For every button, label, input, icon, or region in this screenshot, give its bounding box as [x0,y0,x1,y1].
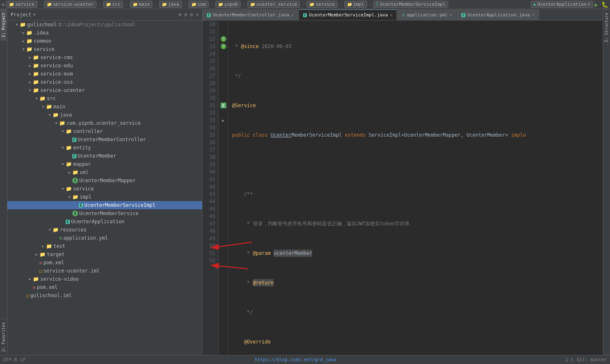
label-service-impl: UcenterMemberServiceImpl [84,202,155,208]
toolbar-label-ucenter-service: ucenter_service [256,2,297,7]
tree-item-service-msm[interactable]: ▶ 📁 service-msm [7,70,202,78]
gutter-area: 🍃 🍃 @ ▶ [219,21,228,355]
tree-item-service-interface[interactable]: I UcenterMemberService [7,209,202,217]
locate-button[interactable]: ⊕ [179,11,182,18]
yml-icon: ⚙ [59,235,62,241]
tab-controller-icon: C [207,13,211,17]
tree-item-src[interactable]: ▼ 📁 src [7,94,202,103]
tree-item-com-yzpnb[interactable]: ▼ 📁 com.yzpnb.ucenter_service [7,119,202,127]
tab-ucenter-app[interactable]: C UcenterApplication.java ✕ [457,9,539,20]
tree-item-main[interactable]: ▼ 📁 main [7,103,202,111]
code-content: * @since 2020-06-03 */ @Service public c… [228,21,603,355]
tree-item-ucenter-app[interactable]: C UcenterApplication [7,217,202,226]
tree-item-entity[interactable]: ▼ 📁 entity [7,144,202,152]
tab-controller-close[interactable]: ✕ [291,13,294,17]
class-icon: C [376,2,379,7]
toolbar-impl[interactable]: 📁 impl [344,1,367,8]
tree-item-pom2[interactable]: m pom.xml [7,283,202,291]
bean-icon-31: @ [221,103,226,108]
code-line-25: /** [232,190,603,198]
tab-yml-close[interactable]: ✕ [449,13,452,17]
folder-icon-test: 📁 [46,243,52,249]
folder-icon-7: 📁 [218,2,223,7]
status-left: UTF-8 LF [3,357,25,362]
tab-controller[interactable]: C UcenterMemberController.java ✕ [203,9,298,20]
tree-item-xml[interactable]: ▶ 📁 xml [7,168,202,176]
arrow-gulischool: ▼ [14,23,20,27]
tree-item-common[interactable]: ▶ 📁 common [7,37,202,45]
tree-item-service-oss[interactable]: ▶ 📁 service-oss [7,78,202,86]
right-side-tabs: Z: Structure [603,9,610,355]
main-area: 1: Project 2: Favorites Project ▼ ⊕ ≡ ⚙ … [0,9,610,355]
tree-item-ucenter-member[interactable]: C UcenterMember [7,152,202,160]
tab-service-impl-close[interactable]: ✕ [390,13,392,17]
toolbar-label-service: service [15,2,34,7]
tree-item-application-yml[interactable]: ⚙ application.yml [7,234,202,242]
arrow-resources: ▼ [47,228,53,232]
project-dropdown-icon[interactable]: ▼ [33,12,36,17]
label-service-interface: UcenterMemberService [79,211,139,216]
debug-button[interactable]: 🐛 [601,1,608,8]
tree-item-service[interactable]: ▼ 📁 service [7,45,202,53]
toolbar-src[interactable]: 📁 src [103,1,123,8]
code-editor[interactable]: 20 21 22 23 24 25 26 27 28 29 30 31 32 3… [203,21,603,355]
tree-item-iml[interactable]: □ service-ucenter.iml [7,267,202,275]
tree-item-service-dir[interactable]: ▼ 📁 service [7,185,202,193]
top-toolbar: ⚙ 📁 service › 📁 service-ucenter › 📁 src … [0,0,610,9]
tree-item-controller-class[interactable]: C UcenterMemberController [7,135,202,144]
toolbar-label-src: src [112,2,120,7]
tree-item-resources[interactable]: ▼ 📁 resources [7,226,202,234]
arrow-controller: ▼ [60,129,66,133]
status-encoding: UTF-8 [3,357,17,362]
label-common: common [34,38,51,44]
run-config[interactable]: ▶ UcenterApplication ▼ [531,1,593,8]
chevron-down-icon: ▼ [588,2,590,7]
code-line-23: public class UcenterMemberServiceImpl ex… [232,131,603,139]
tab-service-impl-icon: C [303,13,307,17]
toolbar-ucenter-service[interactable]: 📁 ucenter_service [247,1,300,8]
toolbar-sep-4: › [154,2,157,7]
tree-item-service-edu[interactable]: ▶ 📁 service-edu [7,62,202,70]
tree-item-idea[interactable]: ▶ 📁 .idea [7,29,202,37]
tree-item-pom[interactable]: m pom.xml [7,259,202,267]
folder-icon-java: 📁 [53,112,59,118]
settings-button[interactable]: ⚙ [190,11,193,18]
tree-item-mapper-interface[interactable]: I UcenterMemberMapper [7,176,202,185]
pom2-icon: m [33,285,36,290]
label-entity: entity [73,145,91,151]
favorites-tab[interactable]: 2: Favorites [0,318,7,355]
toolbar-main[interactable]: 📁 main [130,1,153,8]
tab-application-yml[interactable]: ⚙ application.yml ✕ [397,9,456,20]
tab-ucenter-app-close[interactable]: ✕ [532,13,534,17]
tree-item-service-ucenter[interactable]: ▼ 📁 service-ucenter [7,86,202,94]
toolbar-service-ucenter[interactable]: 📁 service-ucenter [44,1,97,8]
structure-tab[interactable]: Z: Structure [603,9,610,46]
tree-item-test[interactable]: ▶ 📁 test [7,242,202,250]
tab-ucenter-app-icon: C [461,13,465,17]
code-line-26: * 登录，判断登号的手机号和密码是否正确，返回JWT加密后token字符串 [232,220,603,227]
tab-service-impl[interactable]: C UcenterMemberServiceImpl.java ✕ [299,9,397,20]
toolbar-service[interactable]: 📁 service [6,1,37,8]
run-button[interactable]: ▶ [595,1,598,8]
tree-item-mapper[interactable]: ▼ 📁 mapper [7,160,202,168]
folder-icon-com-yzpnb: 📁 [59,120,65,126]
project-tab[interactable]: 1: Project [0,9,7,41]
tree-item-gulischool-iml[interactable]: □ gulischool.iml [7,291,202,300]
toolbar-class[interactable]: C UcenterMemberServiceImpl [373,1,448,8]
tree-item-service-impl[interactable]: C UcenterMemberServiceImpl [7,201,202,209]
tree-item-controller[interactable]: ▼ 📁 controller [7,127,202,135]
toolbar-service2[interactable]: 📁 service [306,1,337,8]
close-panel-button[interactable]: ✕ [196,11,199,18]
collapse-button[interactable]: ≡ [184,11,188,18]
tab-yml-label: application.yml [407,12,447,18]
toolbar-com[interactable]: 📁 com [189,1,209,8]
label-service: service [34,46,55,52]
tree-item-target[interactable]: ▶ 📁 target [7,250,202,259]
tree-item-impl-dir[interactable]: ▼ 📁 impl [7,193,202,201]
toolbar-yzpnb[interactable]: 📁 yzpnb [215,1,241,8]
tree-item-service-video[interactable]: ▶ 📁 service-video [7,275,202,283]
toolbar-java[interactable]: 📁 java [159,1,182,8]
tree-item-gulischool[interactable]: ▼ 📁 gulischool D:\IdeaProjects\gulischoo… [7,21,202,29]
tree-item-service-cms[interactable]: ▶ 📁 service-cms [7,53,202,62]
tree-item-java[interactable]: ▼ 📁 java [7,111,202,119]
